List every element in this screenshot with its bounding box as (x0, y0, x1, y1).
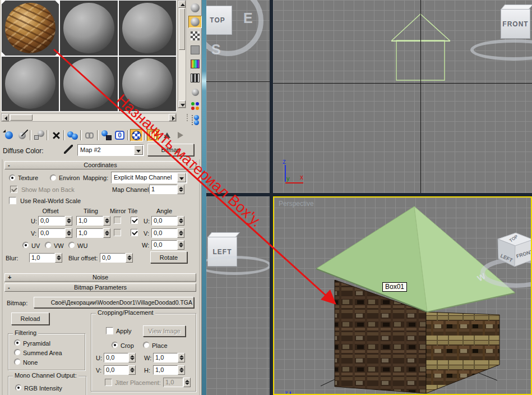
go-to-parent-icon[interactable] (160, 129, 173, 141)
v-tile-checkbox[interactable] (131, 229, 138, 236)
go-forward-to-sibling-icon[interactable] (174, 129, 187, 141)
map-name-combobox[interactable]: Map #2 (77, 144, 144, 156)
view-image-button[interactable]: View Image (143, 325, 186, 337)
vw-radio[interactable] (45, 242, 52, 249)
v-angle-field[interactable]: 0,0 (151, 228, 177, 238)
show-end-result-icon[interactable] (147, 129, 160, 141)
make-material-copy-icon[interactable] (66, 129, 79, 141)
use-real-world-scale-checkbox[interactable] (9, 197, 16, 204)
material-id-channel-icon[interactable]: 0 (113, 129, 126, 141)
jitter-placement-spinner[interactable] (183, 378, 191, 387)
environ-radio[interactable] (50, 174, 57, 181)
none-radio[interactable] (14, 359, 21, 365)
scrollbar-thumb[interactable] (179, 8, 185, 50)
make-unique-icon[interactable] (83, 129, 96, 141)
slots-horizontal-scrollbar[interactable] (1, 113, 177, 122)
summed-area-radio[interactable] (14, 349, 21, 356)
material-slot-2[interactable] (60, 1, 117, 56)
sample-type-sphere-icon[interactable] (188, 2, 202, 14)
crop-v-spinner[interactable] (128, 365, 136, 375)
get-material-icon[interactable] (2, 129, 15, 141)
blur-field[interactable]: 1,0 (29, 253, 55, 263)
noise-rollout-header[interactable]: + Noise (4, 273, 196, 282)
scroll-left-button[interactable] (2, 114, 9, 121)
put-material-to-scene-icon[interactable] (16, 129, 29, 141)
crop-radio[interactable] (112, 342, 118, 348)
bitmap-path-button[interactable]: Своё\Декорации\WoodenDoor1\VillageDoodad… (34, 297, 194, 308)
material-slot-4[interactable] (2, 57, 59, 112)
scroll-up-button[interactable] (178, 1, 186, 8)
scroll-down-button[interactable] (178, 100, 186, 108)
v-offset-spinner[interactable] (65, 228, 72, 238)
crop-w-spinner[interactable] (178, 353, 185, 362)
sample-uv-tiling-icon[interactable] (188, 44, 202, 56)
crop-h-field[interactable]: 1,0 (153, 365, 178, 375)
make-preview-icon[interactable] (188, 72, 202, 84)
viewcube-front-face[interactable]: FRONT (501, 9, 530, 39)
material-slot-6[interactable] (119, 57, 176, 112)
reload-button[interactable]: Reload (11, 313, 49, 325)
options-icon[interactable] (188, 86, 202, 98)
viewcube-top-face[interactable]: TOP (206, 6, 232, 35)
viewport-front[interactable]: FRONT z y x (273, 0, 532, 193)
u-tiling-field[interactable]: 1,0 (76, 216, 103, 226)
blur-offset-field[interactable]: 0,0 (100, 253, 126, 263)
u-angle-spinner[interactable] (177, 216, 184, 226)
slots-vertical-scrollbar[interactable] (178, 0, 186, 108)
u-tiling-spinner[interactable] (103, 216, 110, 226)
v-mirror-checkbox[interactable] (114, 229, 121, 236)
crop-w-field[interactable]: 1,0 (153, 353, 178, 362)
material-map-navigator-icon[interactable] (188, 114, 202, 126)
material-slot-1-selected[interactable] (2, 1, 59, 56)
viewport-perspective-active[interactable]: W TOP LEFT FRONT z Perspective Box01 (273, 196, 532, 395)
bitmap-parameters-rollout-header[interactable]: - Bitmap Parameters (4, 283, 196, 292)
crop-v-field[interactable]: 0,0 (104, 365, 128, 375)
w-angle-field[interactable]: 0,0 (151, 240, 177, 250)
jitter-placement-checkbox[interactable] (105, 379, 112, 386)
u-mirror-checkbox[interactable] (114, 217, 121, 224)
video-color-check-icon[interactable] (188, 58, 202, 70)
chevron-down-icon[interactable] (177, 173, 186, 182)
crop-h-spinner[interactable] (178, 365, 185, 375)
v-tiling-field[interactable]: 1,0 (76, 228, 103, 238)
show-map-in-viewport-icon[interactable] (130, 129, 143, 141)
rotate-button[interactable]: Rotate (150, 251, 187, 263)
place-radio[interactable] (143, 342, 150, 348)
u-angle-field[interactable]: 0,0 (151, 216, 177, 226)
material-slot-3[interactable] (119, 1, 176, 56)
chevron-down-icon[interactable] (134, 145, 143, 155)
reset-map-settings-icon[interactable] (49, 129, 62, 141)
wu-radio[interactable] (68, 242, 75, 249)
u-tile-checkbox[interactable] (131, 217, 138, 224)
mapping-combobox[interactable]: Explicit Map Channel (111, 172, 187, 183)
show-map-on-back-checkbox[interactable] (10, 186, 17, 193)
apply-checkbox[interactable] (106, 327, 113, 334)
texture-radio[interactable] (9, 174, 16, 181)
assign-material-to-selection-icon[interactable] (33, 129, 45, 141)
v-offset-field[interactable]: 0,0 (38, 228, 65, 238)
pyramidal-radio[interactable] (14, 339, 21, 346)
w-angle-spinner[interactable] (177, 240, 184, 250)
bitmap-type-button[interactable]: Bitmap (147, 144, 194, 156)
crop-u-field[interactable]: 0,0 (104, 353, 128, 362)
scrollbar-thumb[interactable] (10, 114, 33, 121)
viewport-top[interactable]: E S TOP (206, 0, 270, 193)
pick-eyedropper-icon[interactable] (64, 145, 73, 154)
house-wall-right[interactable] (426, 312, 499, 393)
blur-offset-spinner[interactable] (126, 253, 133, 263)
blur-spinner[interactable] (55, 253, 62, 263)
put-to-library-icon[interactable] (100, 129, 113, 141)
background-checker-icon[interactable] (188, 30, 202, 42)
backlight-icon[interactable] (188, 16, 202, 28)
viewport-left[interactable]: LEFT (206, 196, 270, 395)
v-tiling-spinner[interactable] (103, 228, 110, 238)
scroll-right-button[interactable] (169, 114, 176, 121)
map-channel-field[interactable]: 1 (149, 185, 177, 194)
v-angle-spinner[interactable] (177, 228, 184, 238)
material-slot-5[interactable] (60, 57, 117, 112)
coordinates-rollout-header[interactable]: - Coordinates (4, 161, 196, 169)
crop-u-spinner[interactable] (128, 353, 136, 362)
uv-radio[interactable] (22, 242, 29, 249)
map-channel-spinner[interactable] (177, 185, 184, 194)
u-offset-field[interactable]: 0,0 (38, 216, 65, 226)
